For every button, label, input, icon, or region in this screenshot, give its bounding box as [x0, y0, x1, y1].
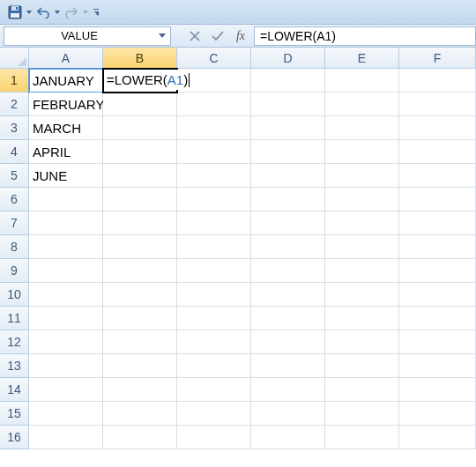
row-header-15[interactable]: 15	[0, 402, 29, 426]
cell-d14[interactable]	[251, 378, 325, 402]
cell-a9[interactable]	[29, 259, 103, 283]
cell-e3[interactable]	[325, 116, 399, 140]
cell-a1[interactable]: JANUARY	[29, 69, 103, 93]
cell-a8[interactable]	[29, 235, 103, 259]
cell-f4[interactable]	[399, 140, 476, 164]
cell-e13[interactable]	[325, 354, 399, 378]
row-header-16[interactable]: 16	[0, 426, 29, 449]
cancel-button[interactable]	[187, 28, 203, 44]
cell-f15[interactable]	[399, 402, 476, 426]
cell-b11[interactable]	[103, 307, 177, 330]
row-header-11[interactable]: 11	[0, 307, 29, 330]
save-button[interactable]	[5, 3, 25, 22]
cell-a5[interactable]: JUNE	[29, 164, 103, 188]
cell-c13[interactable]	[177, 354, 251, 378]
row-header-10[interactable]: 10	[0, 283, 29, 307]
row-header-6[interactable]: 6	[0, 188, 29, 211]
cell-a4[interactable]: APRIL	[29, 140, 103, 164]
cell-b5[interactable]	[103, 164, 177, 188]
row-header-4[interactable]: 4	[0, 140, 29, 164]
col-header-f[interactable]: F	[399, 48, 476, 68]
cell-c10[interactable]	[177, 283, 251, 307]
row-header-1[interactable]: 1	[0, 69, 29, 93]
formula-input[interactable]: =LOWER(A1)	[254, 26, 476, 46]
cell-c7[interactable]	[177, 211, 251, 235]
row-header-9[interactable]: 9	[0, 259, 29, 283]
cell-d6[interactable]	[251, 188, 325, 211]
cell-a14[interactable]	[29, 378, 103, 402]
cell-f3[interactable]	[399, 116, 476, 140]
enter-button[interactable]	[210, 28, 226, 44]
cell-e1[interactable]	[325, 69, 399, 93]
col-header-a[interactable]: A	[29, 48, 103, 68]
cell-d5[interactable]	[251, 164, 325, 188]
cell-c15[interactable]	[177, 402, 251, 426]
undo-dropdown[interactable]	[55, 10, 60, 15]
cell-e11[interactable]	[325, 307, 399, 330]
cell-d7[interactable]	[251, 211, 325, 235]
cell-b13[interactable]	[103, 354, 177, 378]
cell-c2[interactable]	[177, 93, 251, 116]
cell-c11[interactable]	[177, 307, 251, 330]
cell-b14[interactable]	[103, 378, 177, 402]
cell-c14[interactable]	[177, 378, 251, 402]
cell-b15[interactable]	[103, 402, 177, 426]
cell-d1[interactable]	[251, 69, 325, 93]
row-header-13[interactable]: 13	[0, 354, 29, 378]
cell-e16[interactable]	[325, 426, 399, 449]
cell-d8[interactable]	[251, 235, 325, 259]
row-header-5[interactable]: 5	[0, 164, 29, 188]
cell-b4[interactable]	[103, 140, 177, 164]
cell-e7[interactable]	[325, 211, 399, 235]
cell-b1[interactable]: =LOWER(A1)	[103, 69, 177, 93]
cell-f2[interactable]	[399, 93, 476, 116]
qat-customize[interactable]	[93, 8, 99, 17]
cell-b7[interactable]	[103, 211, 177, 235]
cell-f16[interactable]	[399, 426, 476, 449]
cell-f13[interactable]	[399, 354, 476, 378]
cell-e9[interactable]	[325, 259, 399, 283]
cell-a6[interactable]	[29, 188, 103, 211]
cell-d15[interactable]	[251, 402, 325, 426]
cell-a3[interactable]: MARCH	[29, 116, 103, 140]
cell-e4[interactable]	[325, 140, 399, 164]
cell-e5[interactable]	[325, 164, 399, 188]
cell-e10[interactable]	[325, 283, 399, 307]
cell-d11[interactable]	[251, 307, 325, 330]
cell-f9[interactable]	[399, 259, 476, 283]
redo-button[interactable]	[62, 3, 81, 22]
undo-button[interactable]	[33, 3, 53, 22]
col-header-e[interactable]: E	[325, 48, 399, 68]
cell-f7[interactable]	[399, 211, 476, 235]
cell-c5[interactable]	[177, 164, 251, 188]
cell-e6[interactable]	[325, 188, 399, 211]
cell-b8[interactable]	[103, 235, 177, 259]
row-header-12[interactable]: 12	[0, 330, 29, 354]
cell-b10[interactable]	[103, 283, 177, 307]
cell-c8[interactable]	[177, 235, 251, 259]
cell-e2[interactable]	[325, 93, 399, 116]
cell-b2[interactable]	[103, 93, 177, 116]
cell-e15[interactable]	[325, 402, 399, 426]
cell-d3[interactable]	[251, 116, 325, 140]
cell-a7[interactable]	[29, 211, 103, 235]
col-header-c[interactable]: C	[177, 48, 251, 68]
cell-a13[interactable]	[29, 354, 103, 378]
cell-c3[interactable]	[177, 116, 251, 140]
cell-d13[interactable]	[251, 354, 325, 378]
cell-f11[interactable]	[399, 307, 476, 330]
cell-f1[interactable]	[399, 69, 476, 93]
cell-f5[interactable]	[399, 164, 476, 188]
name-box[interactable]: VALUE	[4, 26, 171, 46]
cell-d2[interactable]	[251, 93, 325, 116]
select-all-corner[interactable]	[0, 48, 29, 68]
cell-e14[interactable]	[325, 378, 399, 402]
cell-c4[interactable]	[177, 140, 251, 164]
cell-d12[interactable]	[251, 330, 325, 354]
cell-d16[interactable]	[251, 426, 325, 449]
cell-f14[interactable]	[399, 378, 476, 402]
cell-b3[interactable]	[103, 116, 177, 140]
cell-b6[interactable]	[103, 188, 177, 211]
row-header-7[interactable]: 7	[0, 211, 29, 235]
cell-c12[interactable]	[177, 330, 251, 354]
